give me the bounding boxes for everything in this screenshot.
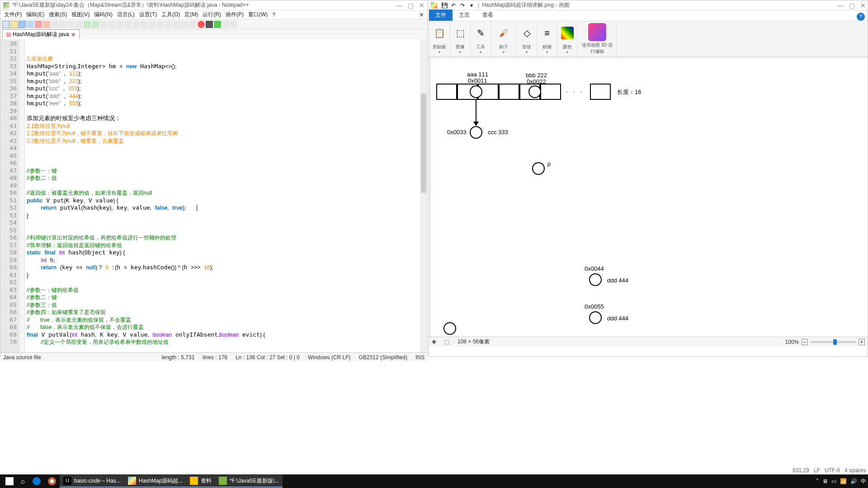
fold-margin[interactable] [19,39,25,352]
menu-help[interactable]: ? [270,11,277,19]
file-tab[interactable]: 文件 [429,9,453,21]
doc-switcher-icon[interactable] [181,21,189,28]
menu-run[interactable]: 运行(R) [201,10,223,19]
vertical-scrollbar[interactable] [420,39,427,352]
close-button[interactable]: ✕ [860,2,866,9]
maximize-button[interactable]: ▢ [849,2,855,9]
folder-as-workspace-icon[interactable] [157,21,164,28]
new-file-icon[interactable] [2,21,9,28]
zoom-out-button[interactable]: − [802,339,808,345]
find-icon[interactable] [100,21,107,28]
dropdown-icon[interactable]: ▾ [566,50,568,54]
indent-guide-icon[interactable] [149,21,156,28]
dropdown-icon[interactable]: ▾ [526,50,528,54]
monitor-icon[interactable] [189,21,197,28]
status-insert-mode[interactable]: INS [415,354,425,361]
dropdown-icon[interactable]: ▾ [546,50,548,54]
scrollbar-thumb[interactable] [421,94,426,193]
taskbar-app-idea[interactable]: IJbasic-code – Has... [60,475,124,488]
dropdown-icon[interactable]: ▾ [459,50,461,54]
menu-view[interactable]: 视图(V) [70,10,91,19]
menu-encoding[interactable]: 编码(N) [92,10,114,19]
status-eol[interactable]: Windows (CR LF) [308,354,351,361]
cut-icon[interactable] [59,21,66,28]
save-all-icon[interactable] [27,21,34,28]
help-icon[interactable]: ? [857,13,865,21]
qat-undo-icon[interactable]: ↶ [450,2,457,9]
editor-area[interactable]: 30 31 32 33 34 35 36 37 38 39 40 41 42 4… [0,39,427,352]
paste-icon[interactable] [75,21,83,28]
shapes-icon[interactable]: ◇ [520,27,533,39]
close-doc-button[interactable]: × [418,10,425,20]
taskbar-app-paint[interactable]: HashMap源码超... [124,475,186,488]
qat-redo-icon[interactable]: ↷ [459,2,466,9]
tray-expand-icon[interactable]: ˄ [816,478,819,484]
qat-save-icon[interactable]: 💾 [441,2,448,9]
search-button[interactable]: ⌕ [17,475,29,488]
play-multi-icon[interactable] [222,21,229,28]
zoom-in-button[interactable]: + [859,339,865,345]
code-content[interactable]: 2.添加元素 HashMap<String,Integer> hm = new … [25,39,420,352]
zoom-out-icon[interactable] [124,21,132,28]
menu-macro[interactable]: 宏(M) [183,10,200,19]
maximize-button[interactable]: ▢ [408,2,414,9]
record-macro-icon[interactable] [198,21,205,28]
home-tab[interactable]: 主页 [453,9,476,21]
qat-customize-icon[interactable]: ▾ [468,2,475,9]
wordwrap-icon[interactable] [132,21,140,28]
menu-settings[interactable]: 设置(T) [137,10,159,19]
colors-icon[interactable] [561,27,574,39]
menu-tools[interactable]: 工具(O) [160,10,182,19]
zoom-slider[interactable] [811,341,856,343]
save-icon[interactable] [19,21,26,28]
chrome-button[interactable] [44,475,60,488]
canvas-area[interactable]: aaa 111 0x0011 bbb 222 0x0022 · · · 长度：1… [429,56,868,337]
save-macro-icon[interactable] [230,21,237,28]
canvas-document[interactable]: aaa 111 0x0011 bbb 222 0x0022 · · · 长度：1… [431,58,868,337]
menu-search[interactable]: 搜索(S) [47,10,69,19]
cortana-button[interactable] [29,475,44,488]
start-button[interactable] [2,475,17,488]
menu-edit[interactable]: 编辑(E) [24,10,46,19]
tray-network-icon[interactable]: 🖥 [822,478,828,484]
paint3d-icon[interactable] [588,23,606,41]
close-file-icon[interactable] [35,21,42,28]
tray-battery-icon[interactable]: ▭ [831,478,836,484]
menu-window[interactable]: 窗口(W) [246,10,269,19]
dropdown-icon[interactable]: ▾ [480,50,481,54]
dropdown-icon[interactable]: ▾ [439,50,440,54]
show-symbols-icon[interactable] [141,21,148,28]
document-tab[interactable]: HashMap源码解读.java ✕ [2,29,80,39]
stop-macro-icon[interactable] [206,21,213,28]
close-button[interactable]: ✕ [419,2,425,9]
paint-titlebar[interactable]: 💾 ↶ ↷ ▾ | HashMap源码超详细讲解.png - 画图 — ▢ ✕ [429,0,868,10]
print-icon[interactable] [51,21,58,28]
function-list-icon[interactable] [165,21,172,28]
tray-ime[interactable]: 中 [861,478,866,485]
zoom-slider-thumb[interactable] [833,339,837,345]
tray-wifi-icon[interactable]: 📶 [840,478,847,484]
menu-language[interactable]: 语言(L) [115,10,137,19]
open-file-icon[interactable] [10,21,18,28]
doc-map-icon[interactable] [173,21,180,28]
play-macro-icon[interactable] [214,21,221,28]
select-icon[interactable]: ⬚ [454,27,467,39]
zoom-in-icon[interactable] [116,21,123,28]
taskbar-app-npp[interactable]: *F:\JavaSE最新版\... [215,475,283,488]
redo-icon[interactable] [92,21,99,28]
size-icon[interactable]: ≡ [541,27,553,39]
paste-icon[interactable]: 📋 [433,27,446,39]
replace-icon[interactable] [108,21,115,28]
brush-icon[interactable]: 🖌 [495,24,513,42]
close-all-icon[interactable] [43,21,50,28]
menu-plugins[interactable]: 插件(P) [224,10,245,19]
status-encoding[interactable]: GB2312 (Simplified) [359,354,407,361]
npp-titlebar[interactable]: *F:\JavaSE最新版\day24-集合（Map&Stream流&异常）\资… [0,0,427,10]
dropdown-icon[interactable]: ▾ [503,50,505,54]
undo-icon[interactable] [84,21,91,28]
pencil-icon[interactable]: ✎ [474,27,487,39]
taskbar-app-explorer[interactable]: 资料 [186,475,215,488]
menu-file[interactable]: 文件(F) [2,10,24,19]
tray-volume-icon[interactable]: 🔊 [850,478,857,484]
minimize-button[interactable]: — [837,2,844,9]
